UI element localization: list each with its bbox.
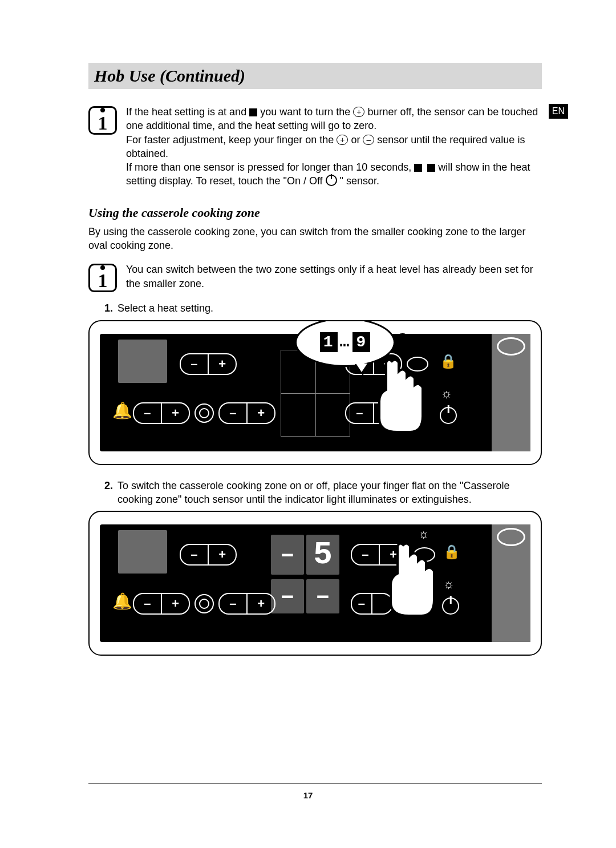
section-title: Hob Use (Continued) xyxy=(94,66,536,86)
minus-plus-control: –+ xyxy=(133,593,190,615)
minus-plus-control: –+ xyxy=(180,544,237,566)
hand-pointer-icon xyxy=(375,356,426,435)
casserole-zone-indicator-icon xyxy=(497,528,525,546)
info-note-1-text: If the heat setting is at and you want t… xyxy=(126,105,542,188)
dual-ring-icon xyxy=(194,594,214,613)
power-icon xyxy=(326,175,337,186)
zone-display: 5 xyxy=(306,535,339,575)
plus-button-icon: + xyxy=(337,135,348,145)
language-badge: EN xyxy=(549,104,568,119)
section-title-band: Hob Use (Continued) xyxy=(88,63,542,89)
figure-2-control-panel: – 5 – – –+ –+ ☼ 🔒 🔔 –+ –+ – ☼ xyxy=(88,511,542,656)
black-square-icon xyxy=(414,164,422,172)
heat-setting-callout: 1 … 9 xyxy=(295,320,395,367)
plus-button-icon: + xyxy=(353,107,364,117)
subsection-heading: Using the casserole cooking zone xyxy=(88,205,542,220)
hand-pointer-icon xyxy=(386,539,437,619)
info-icon: 1 xyxy=(88,264,117,292)
dual-ring-icon xyxy=(194,403,214,423)
bell-icon: 🔔 xyxy=(112,592,132,611)
step-1: 1. Select a heat setting. xyxy=(88,301,542,315)
minus-plus-control: –+ xyxy=(218,402,275,424)
zone-display: – xyxy=(306,579,339,613)
timer-display xyxy=(118,530,167,574)
lock-icon: 🔒 xyxy=(440,353,457,369)
casserole-zone-indicator-icon xyxy=(497,337,525,356)
warming-icon: ☼ xyxy=(441,386,452,401)
info-icon: 1 xyxy=(88,106,117,135)
page-number: 17 xyxy=(0,790,616,800)
control-panel-surface: – 5 – – –+ –+ ☼ 🔒 🔔 –+ –+ – ☼ xyxy=(100,524,530,642)
minus-plus-control: –+ xyxy=(180,353,237,375)
minus-button-icon: – xyxy=(363,135,374,145)
lock-icon: 🔒 xyxy=(443,544,460,560)
black-square-icon xyxy=(427,164,435,172)
panel-side-illustration xyxy=(492,334,530,451)
info-note-2: 1 You can switch between the two zone se… xyxy=(88,263,542,292)
step-2: 2. To switch the casserole cooking zone … xyxy=(88,479,542,507)
manual-page: Hob Use (Continued) EN 1 If the heat set… xyxy=(0,0,616,848)
figure-1-control-panel: –+ –+ 🔒 🔔 –+ –+ –+ ☼ xyxy=(88,320,542,465)
zone-display: – xyxy=(271,535,304,575)
footer-rule xyxy=(88,784,542,785)
warming-icon: ☼ xyxy=(443,577,455,592)
info-note-2-text: You can switch between the two zone sett… xyxy=(126,263,542,290)
step-1-text: Select a heat setting. xyxy=(117,301,213,315)
minus-plus-control: –+ xyxy=(133,402,190,424)
zone-display: – xyxy=(271,579,304,613)
timer-display xyxy=(118,340,167,383)
info-note-1: 1 If the heat setting is at and you want… xyxy=(88,105,542,188)
minus-plus-control: –+ xyxy=(218,593,275,615)
black-square-icon xyxy=(249,108,257,116)
power-icon xyxy=(442,597,459,615)
step-2-text: To switch the casserole cooking zone on … xyxy=(117,479,542,507)
panel-side-illustration xyxy=(492,524,530,642)
bell-icon: 🔔 xyxy=(112,401,132,420)
power-icon xyxy=(440,407,457,424)
intro-paragraph: By using the casserole cooking zone, you… xyxy=(88,225,542,253)
